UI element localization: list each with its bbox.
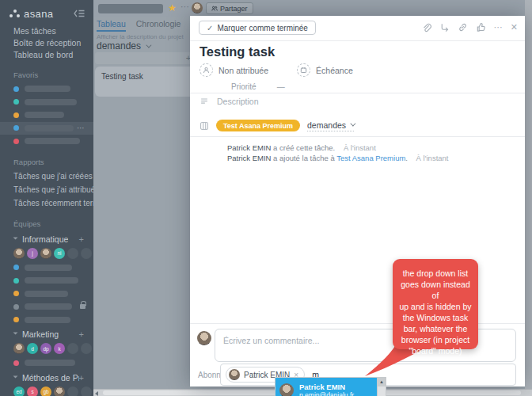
project-link[interactable]: Test Asana Premium xyxy=(336,154,405,162)
chevron-down-icon xyxy=(146,42,151,48)
add-project-icon[interactable]: + xyxy=(79,373,84,383)
sidebar-project-item-redacted[interactable] xyxy=(0,109,93,122)
project-more-options-icon[interactable]: ⋯ xyxy=(180,2,190,12)
activity-suffix: . xyxy=(405,154,408,162)
report-link[interactable]: Tâches récemment terminées xyxy=(0,196,93,210)
favorite-star-icon[interactable]: ★ xyxy=(168,2,177,13)
top-bar: ★ ⋯ Partager xyxy=(93,0,532,17)
member-avatar[interactable]: gb xyxy=(40,386,51,396)
member-avatar[interactable]: d xyxy=(27,343,38,354)
due-date-field[interactable]: Échéance xyxy=(297,63,353,77)
sidebar-project-item-redacted[interactable] xyxy=(0,314,93,327)
sidebar-project-item-redacted[interactable] xyxy=(0,135,93,148)
description-field[interactable]: Description xyxy=(200,97,259,106)
project-color-dot xyxy=(13,360,19,366)
member-avatar[interactable] xyxy=(13,248,25,259)
scroll-up-arrow-icon[interactable]: ▲ xyxy=(378,378,386,386)
sidebar-project-item-redacted[interactable] xyxy=(0,356,93,370)
mark-complete-button[interactable]: ✓ Marquer comme terminée xyxy=(199,21,316,35)
task-title[interactable]: Testing task xyxy=(200,44,275,59)
empty-avatar-slot[interactable] xyxy=(67,386,78,396)
project-color-dot xyxy=(13,278,19,284)
expand-chevron-icon[interactable] xyxy=(13,333,18,337)
report-link[interactable]: Tâches que j'ai attribuées à d'aut... xyxy=(0,183,93,196)
sidebar-nav-item[interactable]: Tableau de bord xyxy=(0,49,93,61)
add-project-icon[interactable]: + xyxy=(79,329,84,339)
member-avatar[interactable]: ni xyxy=(54,248,65,259)
more-options-icon[interactable]: ⋯ xyxy=(494,23,503,32)
empty-avatar-slot[interactable] xyxy=(81,386,92,396)
member-avatar[interactable]: k xyxy=(54,343,65,354)
priority-value: — xyxy=(277,82,285,91)
user-avatar[interactable] xyxy=(192,2,203,13)
actor-name: Patrick EMIN xyxy=(227,154,271,162)
expand-chevron-icon[interactable] xyxy=(13,375,18,379)
team-header[interactable]: Informatique+ xyxy=(0,231,93,246)
sidebar-nav-item[interactable]: Mes tâches xyxy=(0,25,93,37)
add-project-icon[interactable]: + xyxy=(79,234,84,244)
close-panel-icon[interactable]: ✕ xyxy=(511,23,518,32)
priority-field[interactable]: Priorité — xyxy=(231,82,285,91)
more-options-icon[interactable]: ⋯ xyxy=(77,124,86,132)
team-members-row: jni xyxy=(0,246,93,261)
collapse-sidebar-icon[interactable] xyxy=(74,6,86,21)
attachment-icon[interactable] xyxy=(421,22,431,32)
redacted-text-bar xyxy=(25,86,70,92)
dropdown-scrollbar[interactable]: ▲ xyxy=(377,378,386,396)
like-icon[interactable] xyxy=(476,22,486,32)
empty-avatar-slot[interactable] xyxy=(67,343,78,354)
reports-section-label: Rapports xyxy=(0,158,93,166)
subtask-icon[interactable] xyxy=(439,22,450,32)
sidebar-project-item-redacted[interactable] xyxy=(0,274,93,287)
team-header[interactable]: Méthodes de Produc...+ xyxy=(0,370,93,384)
member-avatar[interactable]: s xyxy=(27,386,38,396)
link-icon[interactable] xyxy=(458,22,468,32)
column-header[interactable]: demandes xyxy=(97,40,150,51)
sidebar: asana Mes tâchesBoîte de réceptionTablea… xyxy=(0,0,93,396)
empty-avatar-slot[interactable] xyxy=(81,248,92,259)
asana-logo-text: asana xyxy=(24,8,53,20)
project-pill[interactable]: Test Asana Premium xyxy=(216,120,300,131)
dropdown-option-selected[interactable]: Patrick EMIN p.emin@danialu.fr xyxy=(276,378,377,396)
sidebar-project-item-redacted[interactable] xyxy=(0,261,93,275)
redacted-text-bar xyxy=(25,317,70,323)
project-description-link[interactable]: Afficher la description du projet xyxy=(97,33,184,40)
tab-tableau[interactable]: Tableau xyxy=(97,19,126,32)
activity-text: a ajouté la tâche à xyxy=(273,154,335,162)
sidebar-nav-item[interactable]: Boîte de réception xyxy=(0,37,93,49)
member-avatar[interactable]: j xyxy=(27,248,38,259)
expand-chevron-icon[interactable] xyxy=(13,237,18,241)
sidebar-project-item-redacted[interactable] xyxy=(0,300,93,314)
share-button[interactable]: Partager xyxy=(206,2,253,14)
actor-name: Patrick EMIN xyxy=(227,143,271,152)
description-icon xyxy=(200,97,209,106)
tab-chronologie[interactable]: Chronologie xyxy=(136,19,181,32)
empty-avatar-slot[interactable] xyxy=(67,248,78,259)
member-avatar[interactable]: ed xyxy=(13,386,25,396)
team-header[interactable]: Marketing+ xyxy=(0,326,93,341)
redacted-text-bar xyxy=(25,125,74,131)
sidebar-project-item-redacted[interactable]: ⋯ xyxy=(0,122,93,135)
section-selector[interactable]: demandes xyxy=(307,120,354,131)
due-date-placeholder: Échéance xyxy=(316,66,353,75)
project-color-dot xyxy=(13,125,19,131)
assignee-icon xyxy=(200,63,213,77)
assignee-field[interactable]: Non attribuée xyxy=(200,63,268,77)
member-avatar[interactable] xyxy=(54,386,65,396)
sidebar-project-item-redacted[interactable] xyxy=(0,82,93,96)
scroll-left-arrow-icon[interactable] xyxy=(95,391,98,396)
project-color-dot xyxy=(13,265,19,270)
member-avatar[interactable] xyxy=(13,343,25,354)
redacted-text-bar xyxy=(25,291,68,297)
app-screen: ★ ⋯ Partager TableauChronologieCalendrie… xyxy=(0,0,532,396)
activity-line: Patrick EMIN a ajouté la tâche à Test As… xyxy=(227,153,449,163)
empty-avatar-slot[interactable] xyxy=(81,343,92,354)
report-link[interactable]: Tâches que j'ai créées xyxy=(0,169,93,183)
sidebar-project-item-redacted[interactable] xyxy=(0,96,93,109)
team-members-row: ddpk xyxy=(0,341,93,356)
member-avatar[interactable] xyxy=(40,248,51,259)
member-avatar[interactable]: dp xyxy=(40,343,51,354)
sidebar-project-item-redacted[interactable] xyxy=(0,287,93,301)
priority-label: Priorité xyxy=(231,82,256,91)
option-name: Patrick EMIN xyxy=(299,383,354,391)
